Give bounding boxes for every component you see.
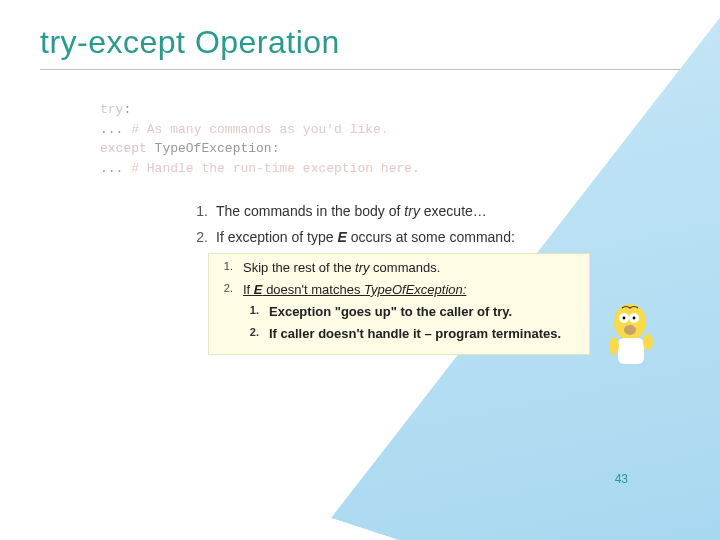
sublist-number-2: 2.: [217, 280, 243, 300]
code-line-4: ... # Handle the run-time exception here…: [100, 159, 680, 179]
svg-rect-6: [618, 338, 644, 364]
code-comment-1: # As many commands as you'd like.: [131, 122, 388, 137]
sublist-item-1: 1. Skip the rest of the try commands.: [217, 258, 581, 278]
sub-2-c: doesn't matches: [263, 282, 364, 297]
code-exception-type: TypeOfException:: [147, 141, 280, 156]
code-indent: ...: [100, 122, 131, 137]
sub-2-type: TypeOfException:: [364, 282, 466, 297]
cartoon-illustration: [604, 300, 660, 370]
sublist-text-2: If E doesn't matches TypeOfException:: [243, 280, 581, 300]
page-title: try-except Operation: [40, 0, 680, 70]
sub-1-a: Skip the rest of the: [243, 260, 355, 275]
svg-point-8: [643, 334, 653, 350]
list-item-1: 1. The commands in the body of try execu…: [190, 200, 680, 222]
sub-1-c: commands.: [369, 260, 440, 275]
list-1-part-c: execute…: [420, 203, 487, 219]
sublist-item-2: 2. If E doesn't matches TypeOfException:: [217, 280, 581, 300]
list-2-part-c: occurs at some command:: [347, 229, 515, 245]
subsublist-text-2: If caller doesn't handle it – program te…: [269, 324, 581, 344]
sub-1-try: try: [355, 260, 369, 275]
list-2-e: E: [337, 229, 346, 245]
code-indent-2: ...: [100, 161, 131, 176]
list-item-2: 2. If exception of type E occurs at some…: [190, 226, 680, 248]
subsublist-number-2: 2.: [243, 324, 269, 344]
code-comment-2: # Handle the run-time exception here.: [131, 161, 420, 176]
code-line-3: except TypeOfException:: [100, 139, 680, 159]
list-number-1: 1.: [190, 200, 216, 222]
list-1-try: try: [404, 203, 420, 219]
highlighted-sublist: 1. Skip the rest of the try commands. 2.…: [208, 253, 590, 356]
subsublist-item-1: 1. Exception "goes up" to the caller of …: [243, 302, 581, 322]
code-keyword-except: except: [100, 141, 147, 156]
subsublist-text-1: Exception "goes up" to the caller of try…: [269, 302, 581, 322]
svg-point-4: [633, 317, 636, 320]
code-colon: :: [123, 102, 131, 117]
list-text-2: If exception of type E occurs at some co…: [216, 226, 680, 248]
list-1-part-a: The commands in the body of: [216, 203, 404, 219]
page-number: 43: [615, 472, 628, 486]
list-number-2: 2.: [190, 226, 216, 248]
code-block: try: ... # As many commands as you'd lik…: [100, 100, 680, 178]
sublist-number-1: 1.: [217, 258, 243, 278]
list-text-1: The commands in the body of try execute…: [216, 200, 680, 222]
svg-point-7: [609, 337, 619, 355]
subsublist-number-1: 1.: [243, 302, 269, 322]
subsublist-item-2: 2. If caller doesn't handle it – program…: [243, 324, 581, 344]
main-list: 1. The commands in the body of try execu…: [190, 200, 680, 249]
code-line-2: ... # As many commands as you'd like.: [100, 120, 680, 140]
sub-2-a: If: [243, 282, 254, 297]
sublist-text-1: Skip the rest of the try commands.: [243, 258, 581, 278]
code-line-1: try:: [100, 100, 680, 120]
sub-2-e: E: [254, 282, 263, 297]
list-2-part-a: If exception of type: [216, 229, 337, 245]
code-keyword-try: try: [100, 102, 123, 117]
svg-point-5: [624, 325, 636, 335]
svg-point-3: [623, 317, 626, 320]
